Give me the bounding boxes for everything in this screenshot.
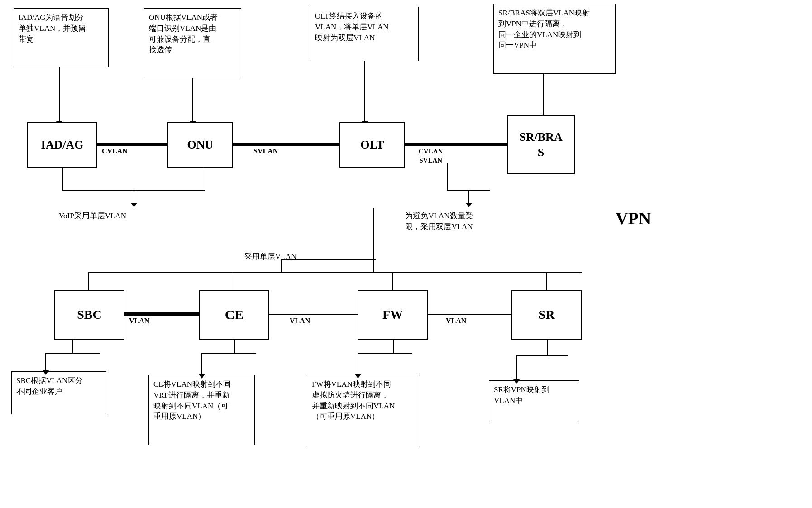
line-ce-fw xyxy=(269,314,358,315)
label-svlan: SVLAN xyxy=(253,147,278,155)
annot-single-vlan: 采用单层VLAN xyxy=(244,251,296,262)
line-onu-olt xyxy=(233,143,339,146)
line-olt-srbras xyxy=(405,143,507,146)
node-olt: OLT xyxy=(339,122,405,168)
tooltip-sbc-bottom: SBC根据VLAN区分不同企业客户 xyxy=(11,371,106,414)
annot-voip: VoIP采用单层VLAN xyxy=(59,211,126,221)
tooltip-iad: IAD/AG为语音划分单独VLAN，并预留带宽 xyxy=(14,8,109,67)
node-onu: ONU xyxy=(167,122,233,168)
node-srbras: SR/BRAS xyxy=(507,115,575,174)
annot-double-vlan: 为避免VLAN数量受限，采用双层VLAN xyxy=(394,211,484,232)
line-sbc-ce xyxy=(124,312,199,316)
tooltip-olt: OLT终结接入设备的VLAN，将单层VLAN映射为双层VLAN xyxy=(310,7,419,61)
tooltip-fw-bottom: FW将VLAN映射到不同虚拟防火墙进行隔离，并重新映射到不同VLAN（可重用原V… xyxy=(307,375,420,447)
tooltip-ce-bottom: CE将VLAN映射到不同VRF进行隔离，并重新映射到不同VLAN（可重用原VLA… xyxy=(148,375,255,445)
label-vlan-fw-sr: VLAN xyxy=(446,317,466,325)
label-cvlan-svlan: CVLANSVLAN xyxy=(419,147,443,165)
node-fw: FW xyxy=(358,290,428,340)
network-diagram: IAD/AG为语音划分单独VLAN，并预留带宽 ONU根据VLAN或者端口识别V… xyxy=(0,0,812,508)
node-sr: SR xyxy=(511,290,582,340)
label-vlan-ce-fw: VLAN xyxy=(290,317,310,325)
label-cvlan1: CVLAN xyxy=(102,147,128,155)
tooltip-onu: ONU根据VLAN或者端口识别VLAN是由可兼设备分配，直接透传 xyxy=(144,8,241,78)
line-iad-onu xyxy=(97,143,167,146)
label-vpn: VPN xyxy=(616,208,651,228)
node-iad: IAD/AG xyxy=(27,122,97,168)
tooltip-sr-bottom: SR将VPN映射到VLAN中 xyxy=(489,380,579,421)
node-ce: CE xyxy=(199,290,269,340)
line-fw-sr xyxy=(428,314,511,315)
label-vlan-sbc-ce: VLAN xyxy=(129,317,149,325)
tooltip-srbras: SR/BRAS将双层VLAN映射到VPN中进行隔离，同一企业的VLAN映射到同一… xyxy=(493,4,616,74)
node-sbc: SBC xyxy=(54,290,124,340)
